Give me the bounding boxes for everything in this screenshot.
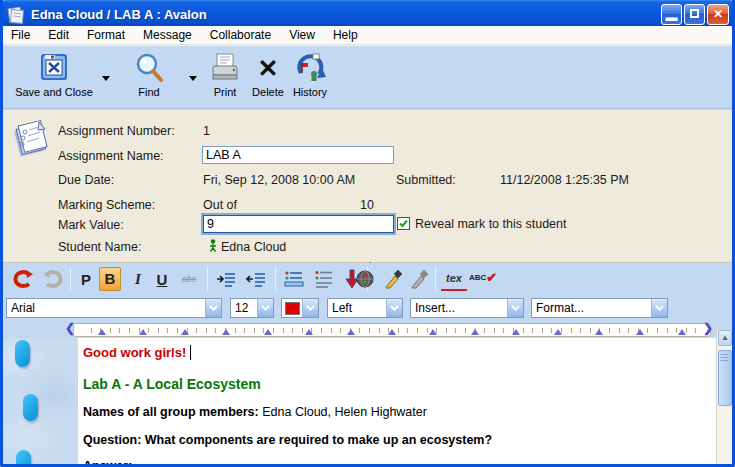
menu-bar: File Edit Format Message Collaborate Vie…	[3, 26, 732, 45]
message-body[interactable]: Good work girls! Lab A - A Local Ecosyst…	[3, 338, 732, 464]
chevron-down-icon[interactable]	[205, 299, 221, 317]
menu-help[interactable]: Help	[333, 26, 368, 44]
assignment-name-input[interactable]	[202, 146, 394, 164]
mark-value-label: Mark Value:	[58, 218, 124, 232]
chevron-down-icon[interactable]	[302, 299, 318, 317]
find-dropdown-arrow[interactable]	[189, 76, 197, 85]
underline-button[interactable]: U	[151, 267, 173, 291]
group-members-names: Edna Cloud, Helen Highwater	[259, 405, 427, 419]
color-swatch	[285, 302, 300, 315]
line-spacing-tight-button[interactable]	[281, 267, 307, 291]
line-spacing-loose-button[interactable]	[311, 267, 337, 291]
teacher-comment-text: Good work girls!	[83, 345, 186, 360]
print-label: Print	[203, 86, 247, 98]
toolbar-separator	[435, 267, 436, 291]
marking-scheme-label: Marking Scheme:	[58, 198, 155, 212]
undo-icon	[12, 269, 34, 289]
mark-value-input[interactable]	[203, 215, 394, 233]
marking-scheme-value: Out of	[203, 198, 237, 212]
format-value: Format...	[532, 301, 651, 315]
format-eraser-button[interactable]	[407, 267, 431, 291]
globe-icon	[355, 269, 375, 289]
ruler-right-margin-marker[interactable]: ❯	[703, 321, 713, 335]
spell-check-button[interactable]: ABC ✔	[471, 265, 495, 289]
save-and-close-button[interactable]: Save and Close	[9, 49, 99, 107]
indent-decrease-button[interactable]	[243, 267, 269, 291]
menu-file[interactable]: File	[11, 26, 40, 44]
italic-button[interactable]: I	[127, 267, 149, 291]
menu-view[interactable]: View	[289, 26, 325, 44]
close-button[interactable]: ✕	[707, 4, 729, 25]
menu-message[interactable]: Message	[143, 26, 202, 44]
delete-label: Delete	[246, 86, 290, 98]
eyedropper-yellow-icon	[384, 269, 402, 289]
delete-button[interactable]: ✕ Delete	[246, 49, 290, 107]
plain-style-button[interactable]: P	[75, 267, 97, 291]
student-name-value[interactable]: Edna Cloud	[221, 240, 286, 254]
print-icon	[208, 51, 242, 85]
save-close-icon	[37, 51, 71, 85]
delete-icon: ✕	[246, 51, 290, 85]
alignment-combo[interactable]: Left	[327, 298, 403, 318]
clear-style-button[interactable]: abc	[177, 267, 201, 291]
chevron-down-icon[interactable]	[257, 299, 273, 317]
indent-increase-icon	[216, 271, 236, 287]
text-caret	[190, 345, 191, 360]
line-spacing-tight-icon	[284, 270, 304, 288]
menu-format[interactable]: Format	[87, 26, 135, 44]
answer-label: Answer:	[83, 459, 132, 464]
insert-link-button[interactable]	[352, 267, 378, 291]
title-bar[interactable]: Edna Cloud / LAB A : Avalon ▬ ✕	[0, 0, 735, 29]
font-size-combo[interactable]: 12	[230, 298, 274, 318]
history-button[interactable]: History	[288, 49, 332, 107]
insert-combo[interactable]: Insert...	[410, 298, 524, 318]
minimize-button[interactable]: ▬	[661, 4, 682, 25]
font-family-combo[interactable]: Arial	[6, 298, 222, 318]
menu-collaborate[interactable]: Collaborate	[210, 26, 281, 44]
chevron-down-icon[interactable]	[386, 299, 402, 317]
chevron-down-icon[interactable]	[507, 299, 523, 317]
indent-increase-button[interactable]	[213, 267, 239, 291]
undo-button[interactable]	[9, 267, 37, 291]
group-members-label: Names of all group members:	[83, 405, 259, 419]
due-date-value: Fri, Sep 12, 2008 10:00 AM	[203, 173, 355, 187]
bold-button[interactable]: B	[99, 267, 121, 291]
eyedropper-gray-icon	[410, 269, 428, 289]
ruler-tab-stops[interactable]	[98, 329, 686, 335]
text-color-combo[interactable]	[281, 298, 319, 318]
lab-heading: Lab A - A Local Ecosystem	[83, 376, 261, 392]
reveal-mark-label: Reveal mark to this student	[415, 217, 566, 231]
save-and-close-label: Save and Close	[9, 86, 99, 98]
main-toolbar: Save and Close Find Print ✕ Delete	[3, 45, 732, 109]
find-label: Find	[123, 86, 175, 98]
print-button[interactable]: Print	[203, 49, 247, 107]
assignment-number-label: Assignment Number:	[58, 124, 175, 138]
question-line: Question: What components are required t…	[83, 433, 492, 447]
student-person-icon	[209, 239, 217, 252]
find-button[interactable]: Find	[123, 49, 175, 107]
maximize-button[interactable]	[684, 4, 705, 25]
font-size-value: 12	[231, 301, 257, 315]
save-dropdown-arrow[interactable]	[102, 76, 110, 85]
toolbar-separator	[275, 267, 276, 291]
spell-as-you-type-button[interactable]: tex	[441, 267, 467, 291]
assignment-name-label: Assignment Name:	[58, 149, 164, 163]
vertical-scrollbar[interactable]: ▲	[716, 330, 732, 464]
app-window: Edna Cloud / LAB A : Avalon ▬ ✕ File Edi…	[0, 0, 735, 467]
submitted-label: Submitted:	[396, 173, 456, 187]
redo-button[interactable]	[39, 267, 67, 291]
ruler[interactable]	[73, 323, 711, 337]
menu-edit[interactable]: Edit	[48, 26, 79, 44]
scroll-up-icon: ▲	[721, 334, 729, 342]
scrollbar-grip	[720, 354, 728, 362]
due-date-label: Due Date:	[58, 173, 114, 187]
insert-value: Insert...	[411, 301, 507, 315]
student-name-label: Student Name:	[58, 240, 141, 254]
format-painter-button[interactable]	[381, 267, 405, 291]
scroll-up-button[interactable]: ▲	[718, 330, 732, 346]
reveal-mark-checkbox[interactable]	[397, 217, 410, 230]
history-label: History	[288, 86, 332, 98]
ruler-row: ❮ ❯	[3, 322, 732, 338]
chevron-down-icon[interactable]	[651, 299, 667, 317]
format-combo[interactable]: Format...	[531, 298, 668, 318]
